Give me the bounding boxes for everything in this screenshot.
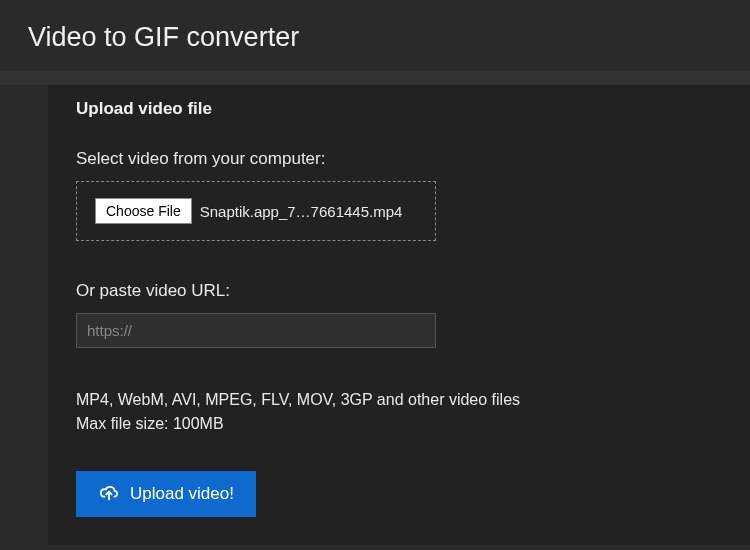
- header: Video to GIF converter: [0, 0, 750, 71]
- choose-file-button[interactable]: Choose File: [95, 198, 192, 224]
- upload-button-label: Upload video!: [130, 484, 234, 504]
- upload-button[interactable]: Upload video!: [76, 471, 256, 517]
- info-max-size: Max file size: 100MB: [76, 412, 722, 436]
- select-label: Select video from your computer:: [76, 149, 722, 169]
- info-formats: MP4, WebM, AVI, MPEG, FLV, MOV, 3GP and …: [76, 388, 722, 412]
- url-label: Or paste video URL:: [76, 281, 722, 301]
- upload-section: Upload video file Select video from your…: [48, 85, 750, 545]
- section-title: Upload video file: [76, 99, 722, 119]
- selected-file-name: Snaptik.app_7…7661445.mp4: [200, 203, 403, 220]
- url-input[interactable]: [76, 313, 436, 348]
- info-text: MP4, WebM, AVI, MPEG, FLV, MOV, 3GP and …: [76, 388, 722, 436]
- page-title: Video to GIF converter: [28, 22, 722, 53]
- divider: [0, 71, 750, 85]
- main-container: Upload video file Select video from your…: [0, 85, 750, 545]
- cloud-upload-icon: [98, 485, 120, 503]
- file-input-box[interactable]: Choose File Snaptik.app_7…7661445.mp4: [76, 181, 436, 241]
